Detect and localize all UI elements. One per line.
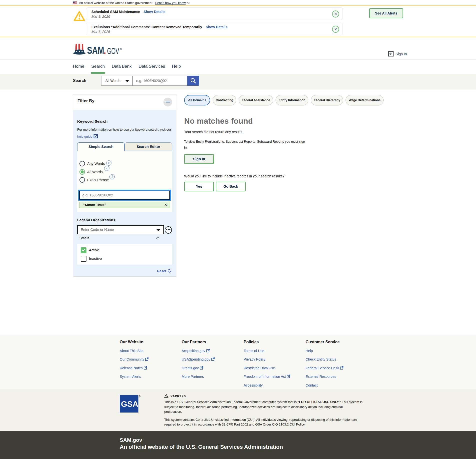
svg-text:GSA: GSA [121,400,138,409]
svg-text:GOV: GOV [107,46,119,56]
svg-text:®: ® [120,47,122,50]
svg-text:SAM: SAM [87,44,104,56]
